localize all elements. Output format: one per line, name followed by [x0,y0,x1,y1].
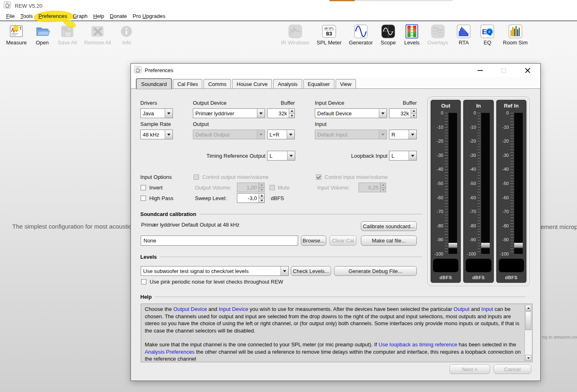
remove-all-icon [89,23,106,40]
check-levels-button[interactable]: Check Levels... [291,266,331,276]
help-link-use-loopback-as-timing-reference[interactable]: Use loopback as timing reference [378,341,457,348]
generator-icon [353,23,369,40]
menu-item-pro-upgrades[interactable]: Pro Upgrades [130,12,168,20]
output-channel-select[interactable]: L+R [267,130,295,139]
chevron-down-icon[interactable] [409,130,416,139]
menu-item-tools[interactable]: Tools [18,12,35,20]
maximize-button[interactable] [499,66,507,75]
spinner-down-icon[interactable] [411,113,416,118]
drivers-select[interactable]: Java [140,108,173,118]
input-select[interactable]: Default Input [315,130,387,139]
chevron-down-icon[interactable] [165,109,172,118]
chevron-down-icon[interactable] [409,151,416,160]
menu-item-graph[interactable]: Graph [70,12,90,20]
clear-cal-button[interactable]: Clear Cal [329,236,356,246]
input-device-select[interactable]: Default Device [315,108,387,118]
toolbar-button-measure[interactable]: Measure [2,23,31,46]
toolbar-button-open[interactable]: Open [31,23,54,46]
control-input-mixer-checkbox[interactable] [316,174,321,180]
help-link-input[interactable]: Input [481,306,493,312]
toolbar-label: Open [36,40,49,46]
chevron-down-icon[interactable] [287,130,294,139]
input-buffer-spinner[interactable]: 32k [389,108,417,118]
input-volume-spinner[interactable]: 0,25 [358,183,386,192]
toolbar-button-scope[interactable]: Scope [376,23,400,46]
dialog-body: Drivers Output Device Buffer Input Devic… [131,89,540,381]
spinner-up-icon[interactable] [411,109,416,113]
make-cal-file-button[interactable]: Make cal file... [361,236,417,246]
app-title-bar: REW V5.20 [0,0,577,11]
toolbar-button-overlays[interactable]: Overlays [424,23,452,46]
help-link-analysis-preferences[interactable]: Analysis Preferences [145,349,195,355]
sample-rate-select[interactable]: 48 kHz [140,130,173,139]
output-buffer-spinner[interactable]: 32k [267,108,295,118]
high-pass-checkbox[interactable] [141,196,146,201]
chevron-down-icon[interactable] [287,151,295,160]
cancel-button[interactable]: Cancel [493,364,531,374]
help-link-input-device[interactable]: Input Device [219,306,248,312]
scroll-up-icon[interactable] [525,305,531,311]
toolbar-button-ir-windows[interactable]: IR Windows [277,23,313,46]
chevron-down-icon[interactable] [281,266,288,275]
tab-comms[interactable]: Comms [203,79,231,88]
minimize-button[interactable] [476,66,484,75]
toolbar-button-info[interactable]: Info [115,23,138,46]
sweep-level-spinner[interactable]: -3,0 [237,193,265,203]
spinner-down-icon[interactable] [289,113,294,118]
menu-item-donate[interactable]: Donate [107,12,130,20]
toolbar-button-save-all[interactable]: Save All [54,23,81,46]
menu-item-help[interactable]: Help [91,12,107,20]
spinner-up-icon[interactable] [289,109,294,113]
sweep-level-label: Sweep Level: [195,195,227,201]
timing-reference-select[interactable]: L [267,151,295,161]
pink-noise-checkbox[interactable] [141,279,146,284]
tab-view[interactable]: View [336,79,356,88]
output-device-select[interactable]: Primær lyddriver [193,108,265,118]
cal-file-field[interactable]: None [141,236,298,246]
help-link-output[interactable]: Output [453,306,469,312]
spinner-up-icon[interactable] [259,194,264,198]
meter-scale-label: -90 [463,237,476,242]
menu-item-file[interactable]: File [3,12,18,20]
meter-scale-label: -40 [496,167,509,172]
toolbar-button-generator[interactable]: Generator [345,23,376,46]
control-output-mixer-checkbox[interactable] [194,174,199,180]
toolbar-button-rta[interactable]: RTA [452,23,475,46]
spinner-down-icon [259,187,264,192]
input-channel-select[interactable]: R [389,130,417,139]
menu-item-preferences[interactable]: Preferences [35,12,70,20]
chevron-down-icon[interactable] [165,130,172,139]
next-button[interactable]: Next > [449,364,490,374]
help-link-output-device[interactable]: Output Device [173,306,207,312]
output-volume-spinner[interactable]: 1,00 [237,183,265,192]
chevron-down-icon[interactable] [257,109,265,118]
invert-checkbox[interactable] [141,185,146,190]
output-select[interactable]: Default Output [193,130,265,139]
toolbar-button-remove-all[interactable]: Remove All [81,23,115,46]
spinner-down-icon[interactable] [259,198,264,203]
scrollbar-thumb[interactable] [525,311,531,330]
toolbar-button-levels[interactable]: 0 3 6 9Levels [400,23,424,46]
browse-button[interactable]: Browse... [301,236,326,246]
calibrate-soundcard-button[interactable]: Calibrate soundcard... [361,221,417,231]
dialog-title-bar[interactable]: Preferences [131,64,540,77]
toolbar-button-eq[interactable]: E QEQ [475,23,499,46]
scroll-down-icon[interactable] [525,355,531,361]
input-device-label: Input Device [315,100,344,106]
chevron-down-icon[interactable] [379,109,387,118]
close-button[interactable] [524,66,532,75]
levels-mode-select[interactable]: Use subwoofer test signal to check/set l… [141,266,289,276]
generate-debug-file-button[interactable]: Generate Debug File... [334,266,417,276]
toolbar-button-spl-meter[interactable]: dB SPL 83SPL Meter [313,23,345,46]
tab-soundcard[interactable]: Soundcard [136,79,172,89]
output-buffer-label: Buffer [265,100,295,106]
mute-checkbox[interactable] [270,185,275,190]
tab-house-curve[interactable]: House Curve [232,79,272,88]
tab-cal-files[interactable]: Cal Files [173,79,203,88]
help-scrollbar[interactable] [524,304,532,361]
loopback-input-select[interactable]: L [389,151,417,161]
toolbar-label: EQ [484,40,491,46]
tab-analysis[interactable]: Analysis [273,79,302,88]
toolbar-button-room-sim[interactable]: Room Sim [499,23,531,46]
tab-equaliser[interactable]: Equaliser [303,79,334,88]
